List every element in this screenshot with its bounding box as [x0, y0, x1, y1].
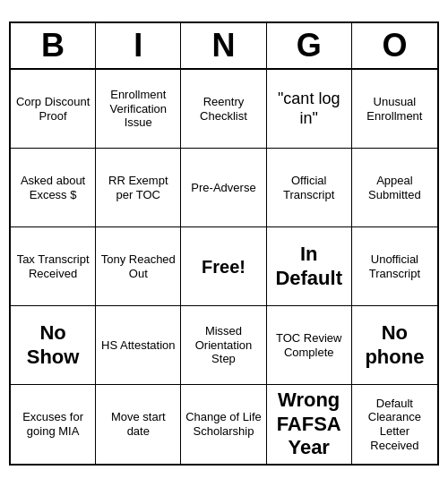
bingo-grid: Corp Discount ProofEnrollment Verificati…	[11, 70, 437, 464]
bingo-cell-17: Missed Orientation Step	[181, 306, 266, 385]
bingo-cell-22: Change of Life Scholarship	[181, 385, 266, 464]
bingo-cell-10: Tax Transcript Received	[11, 227, 96, 306]
bingo-cell-9: Appeal Submitted	[352, 149, 437, 227]
bingo-cell-5: Asked about Excess $	[11, 149, 96, 227]
bingo-cell-21: Move start date	[96, 385, 181, 464]
header-letter-n: N	[181, 23, 266, 68]
bingo-cell-12: Free!	[181, 227, 266, 306]
bingo-cell-4: Unusual Enrollment	[352, 70, 437, 149]
bingo-card: BINGO Corp Discount ProofEnrollment Veri…	[9, 21, 439, 466]
bingo-cell-20: Excuses for going MIA	[11, 385, 96, 464]
bingo-cell-6: RR Exempt per TOC	[96, 149, 181, 227]
bingo-cell-18: TOC Review Complete	[267, 306, 352, 385]
bingo-cell-14: Unofficial Transcript	[352, 227, 437, 306]
header-letter-o: O	[352, 23, 437, 68]
bingo-cell-16: HS Attestation	[96, 306, 181, 385]
bingo-cell-24: Default Clearance Letter Received	[352, 385, 437, 464]
bingo-cell-2: Reentry Checklist	[181, 70, 266, 149]
bingo-cell-3: "cant log in"	[267, 70, 352, 149]
bingo-cell-0: Corp Discount Proof	[11, 70, 96, 149]
header-letter-i: I	[96, 23, 181, 68]
bingo-cell-15: No Show	[11, 306, 96, 385]
bingo-cell-23: Wrong FAFSA Year	[267, 385, 352, 464]
bingo-cell-11: Tony Reached Out	[96, 227, 181, 306]
header-letter-g: G	[267, 23, 352, 68]
bingo-header: BINGO	[11, 23, 437, 70]
bingo-cell-7: Pre-Adverse	[181, 149, 266, 227]
bingo-cell-19: No phone	[352, 306, 437, 385]
bingo-cell-13: In Default	[267, 227, 352, 306]
header-letter-b: B	[11, 23, 96, 68]
bingo-cell-1: Enrollment Verification Issue	[96, 70, 181, 149]
bingo-cell-8: Official Transcript	[267, 149, 352, 227]
